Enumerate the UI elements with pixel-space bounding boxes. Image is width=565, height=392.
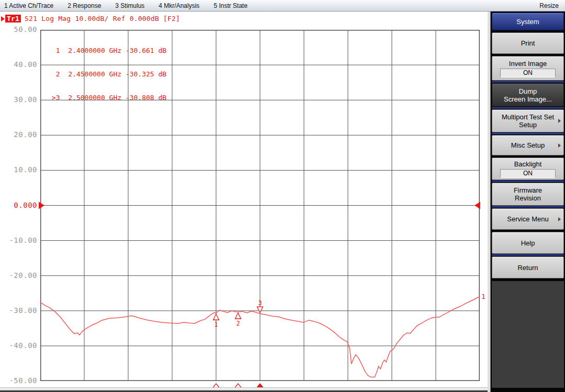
submenu-arrow-icon [558,119,561,123]
softkey-invert-image-label: Invert Image [509,60,547,68]
menu-bar: 1 Active Ch/Trace 2 Response 3 Stimulus … [0,0,565,12]
softkey-help-label: Help [521,239,535,247]
y-axis-tick: 10.00 [0,165,37,174]
softkey-dump-screen-image[interactable]: Dump Screen Image... [492,83,564,107]
y-axis-tick: -50.00 [0,376,37,385]
softkey-separator [492,133,564,135]
vna-screen: 1 Active Ch/Trace 2 Response 3 Stimulus … [0,0,565,392]
softkey-backlight-label: Backlight [514,160,542,168]
menu-resize[interactable]: Resize [539,2,559,9]
menu-active-ch-trace[interactable]: 1 Active Ch/Trace [4,2,53,9]
y-axis-tick: -20.00 [0,271,37,279]
softkey-misc-setup[interactable]: Misc Setup [492,135,564,155]
softkey-sidebar: System Print Invert Image ON Dump Screen… [488,12,565,392]
trace-number-label: 1 [481,293,485,300]
softkey-multiport-test-set-setup[interactable]: Multiport Test Set Setup [492,109,564,132]
svg-text:1: 1 [214,321,218,328]
softkey-multiport-line1: Multiport Test Set [502,113,554,121]
softkey-menu-title-label: System [516,18,539,26]
softkey-service-menu[interactable]: Service Menu [492,208,564,230]
softkey-separator [492,107,564,109]
y-axis-tick: 50.00 [0,25,37,33]
submenu-arrow-icon [558,217,561,221]
softkey-misc-setup-label: Misc Setup [511,141,545,149]
softkey-return[interactable]: Return [492,256,564,278]
softkey-dump-line2: Screen Image... [504,95,552,103]
trace-status-line: Tr1 S21 Log Mag 10.00dB/ Ref 0.000dB [F2… [1,14,180,23]
ref-level-arrow-right-icon [474,202,480,209]
softkey-separator [492,181,564,182]
y-axis-tick: -30.00 [0,306,37,315]
sidebar-filler [492,281,564,388]
softkey-multiport-line2: Setup [519,121,537,129]
menu-mkr-analysis[interactable]: 4 Mkr/Analysis [159,2,199,9]
softkey-separator [492,254,564,256]
invert-image-state: ON [500,69,556,77]
menu-response[interactable]: 2 Response [67,2,101,9]
trace-badge[interactable]: Tr1 [5,15,21,23]
softkey-invert-image[interactable]: Invert Image ON [492,56,564,81]
softkey-print[interactable]: Print [492,32,564,54]
y-axis-tick: 40.00 [0,60,37,69]
y-axis-tick: 30.00 [0,95,37,104]
ref-level-arrow-left-icon [39,202,44,209]
marker-symbol-1: 1 [213,314,219,328]
y-axis-tick: 20.00 [0,130,37,139]
softkey-separator [492,206,564,208]
softkey-backlight[interactable]: Backlight ON [492,158,564,180]
softkey-stack: System Print Invert Image ON Dump Screen… [492,13,564,281]
graph-pane: Tr1 S21 Log Mag 10.00dB/ Ref 0.000dB [F2… [0,12,488,387]
menu-stimulus[interactable]: 3 Stimulus [115,2,144,9]
softkey-dump-line1: Dump [519,87,537,95]
active-trace-arrow-icon [1,16,5,21]
softkey-firmware-line1: Firmware [514,186,542,194]
softkey-return-label: Return [517,264,538,272]
y-axis-tick: -40.00 [0,341,37,350]
softkey-print-label: Print [521,39,535,47]
plot-svg: 1123 [40,30,480,391]
svg-text:2: 2 [236,320,240,327]
softkey-service-menu-label: Service Menu [507,215,548,223]
sidebar-gutter[interactable] [488,12,491,392]
y-axis-tick: -10.00 [0,236,37,244]
menu-instr-state[interactable]: 5 Instr State [213,2,247,9]
softkey-menu-title: System [492,13,564,30]
y-axis-tick: 0.000 [0,201,37,209]
submenu-arrow-icon [558,143,561,148]
trace-format-text: S21 Log Mag 10.00dB/ Ref 0.000dB [F2] [25,15,180,23]
marker-symbol-2: 2 [235,313,241,327]
softkey-help[interactable]: Help [492,232,564,254]
softkey-firmware-line2: Revision [515,194,541,202]
backlight-state: ON [500,169,556,178]
softkey-firmware-revision[interactable]: Firmware Revision [492,183,564,206]
softkey-separator [492,81,564,83]
svg-text:3: 3 [258,299,262,307]
